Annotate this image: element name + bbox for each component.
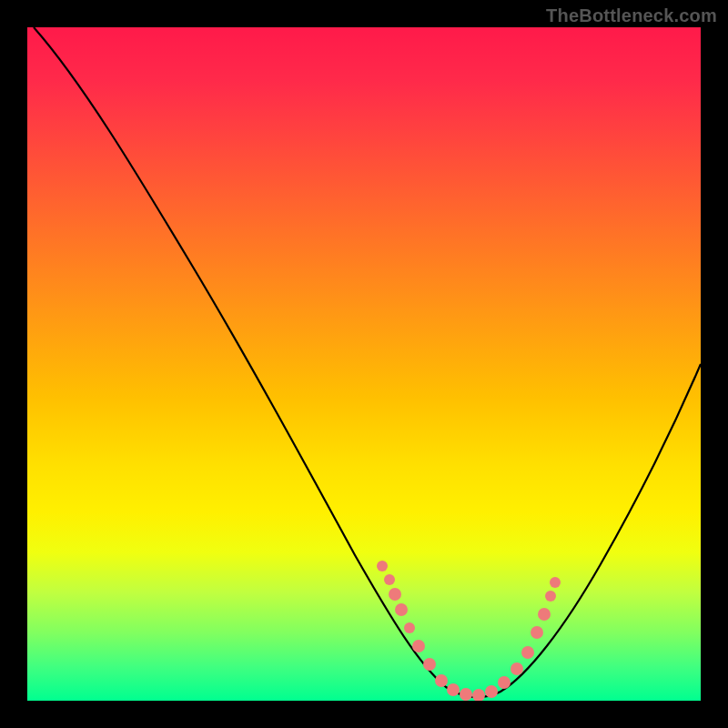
chart-container: TheBottleneck.com (0, 0, 728, 728)
svg-point-17 (545, 591, 556, 602)
svg-point-18 (550, 577, 561, 588)
chart-svg (27, 27, 701, 701)
plot-area (27, 27, 701, 701)
svg-point-11 (485, 685, 498, 698)
svg-point-2 (389, 588, 401, 601)
svg-point-0 (377, 561, 388, 571)
svg-point-16 (538, 608, 551, 621)
svg-point-6 (423, 658, 436, 671)
bottleneck-curve-line (34, 27, 701, 697)
watermark-text: TheBottleneck.com (546, 5, 717, 26)
svg-point-14 (521, 646, 534, 659)
svg-point-1 (384, 574, 395, 585)
svg-point-15 (531, 626, 543, 639)
svg-point-7 (435, 674, 448, 687)
svg-point-9 (460, 688, 472, 701)
svg-point-8 (447, 683, 460, 696)
highlight-dots (377, 561, 561, 701)
svg-point-4 (404, 622, 415, 633)
svg-point-13 (511, 662, 523, 675)
svg-point-5 (412, 640, 425, 652)
svg-point-10 (472, 689, 485, 701)
svg-point-12 (498, 676, 511, 689)
svg-point-3 (395, 603, 408, 616)
